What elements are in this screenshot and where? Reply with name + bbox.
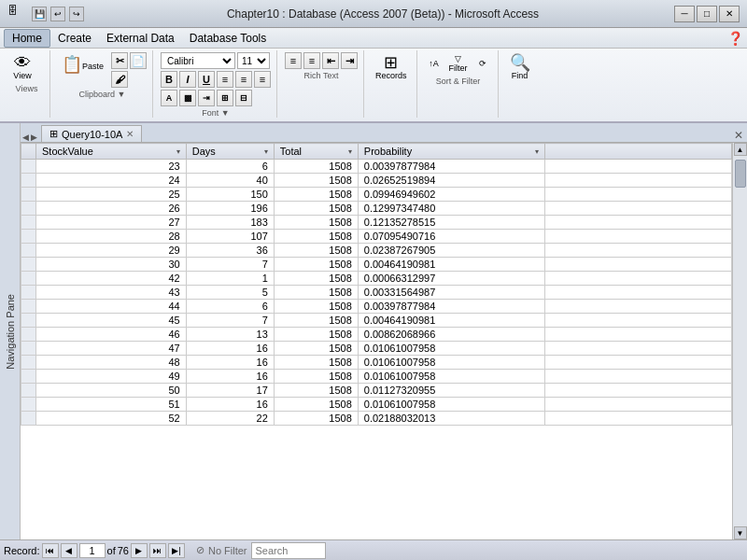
row-selector[interactable]	[21, 202, 36, 216]
find-icon: 🔍	[510, 54, 530, 71]
align-right-button[interactable]: ≡	[254, 71, 271, 88]
table-row: 522215080.02188032013	[21, 412, 732, 426]
maximize-button[interactable]: □	[697, 6, 717, 22]
cell-days: 40	[186, 174, 274, 188]
decrease-indent-button[interactable]: ⇤	[322, 52, 339, 69]
row-selector[interactable]	[21, 286, 36, 300]
row-selector[interactable]	[21, 272, 36, 286]
cell-empty	[545, 356, 732, 370]
scroll-down-button[interactable]: ▼	[734, 526, 747, 539]
cell-total: 1508	[274, 216, 358, 230]
tab-left-arrow[interactable]: ◀	[22, 133, 29, 142]
tab-right-arrow[interactable]: ▶	[31, 133, 37, 142]
cell-stockvalue: 44	[36, 300, 187, 314]
view-button[interactable]: 👁 View	[9, 52, 35, 82]
records-button[interactable]: ⊞ Records	[372, 52, 411, 82]
record-number-input[interactable]	[79, 543, 106, 558]
sort-asc-button[interactable]: ↑A	[425, 57, 444, 70]
cell-days: 16	[186, 342, 274, 356]
last-record-button[interactable]: ⏭	[149, 543, 166, 558]
prev-record-button[interactable]: ◀	[61, 543, 78, 558]
cut-button[interactable]: ✂	[111, 52, 128, 69]
indent-button[interactable]: ⇥	[198, 90, 215, 106]
col-total-arrow: ▾	[348, 147, 352, 156]
record-of-label: of	[107, 545, 116, 556]
ribbon-group-find: 🔍 Find	[500, 50, 547, 118]
col-probability[interactable]: Probability ▾	[358, 144, 544, 160]
quick-access-undo[interactable]: ↩	[50, 7, 65, 21]
underline-button[interactable]: U	[198, 71, 215, 88]
close-all-btn[interactable]: ✕	[734, 129, 745, 142]
nav-pane-toggle[interactable]: Navigation Pane	[0, 123, 21, 539]
cell-days: 6	[186, 300, 274, 314]
col-stockvalue[interactable]: StockValue ▾	[36, 144, 187, 160]
col-total[interactable]: Total ▾	[274, 144, 358, 160]
record-label: Record:	[4, 545, 40, 556]
cell-empty	[545, 412, 732, 426]
col-stockvalue-arrow: ▾	[176, 147, 180, 156]
align-center-button[interactable]: ≡	[235, 71, 252, 88]
increase-indent-button[interactable]: ⇥	[341, 52, 358, 69]
new-record-button[interactable]: ▶|	[168, 543, 185, 558]
filter-button[interactable]: ▽ Filter	[445, 52, 472, 75]
col-days[interactable]: Days ▾	[186, 144, 274, 160]
record-total: 76	[118, 545, 129, 556]
next-record-button[interactable]: ▶	[131, 543, 148, 558]
font-size-select[interactable]: 11	[237, 52, 270, 69]
menu-create[interactable]: Create	[50, 30, 99, 47]
bg-color-button[interactable]: ▩	[179, 90, 196, 106]
scroll-up-button[interactable]: ▲	[734, 143, 747, 156]
align-left-button[interactable]: ≡	[217, 71, 233, 88]
row-selector[interactable]	[21, 356, 36, 370]
italic-button[interactable]: I	[179, 71, 196, 88]
cell-total: 1508	[274, 188, 358, 202]
row-selector[interactable]	[21, 230, 36, 244]
font-color-button[interactable]: A	[161, 90, 177, 106]
row-selector[interactable]	[21, 370, 36, 384]
quick-access-redo[interactable]: ↪	[69, 7, 84, 21]
first-record-button[interactable]: ⏮	[42, 543, 59, 558]
toggle-filter-button[interactable]: ⟳	[473, 57, 492, 70]
paste-button[interactable]: 📋 Paste	[58, 52, 107, 77]
row-selector[interactable]	[21, 244, 36, 258]
minimize-button[interactable]: ─	[674, 6, 695, 22]
vertical-scrollbar[interactable]: ▲ ▼	[732, 143, 747, 539]
query-tab-close[interactable]: ✕	[126, 129, 134, 139]
cell-days: 7	[186, 314, 274, 328]
row-selector[interactable]	[21, 328, 36, 342]
copy-button[interactable]: 📄	[130, 52, 147, 69]
row-selector[interactable]	[21, 384, 36, 398]
cell-total: 1508	[274, 370, 358, 384]
grid2-button[interactable]: ⊟	[235, 90, 252, 106]
find-button[interactable]: 🔍 Find	[506, 52, 534, 82]
row-selector[interactable]	[21, 160, 36, 174]
scroll-thumb[interactable]	[735, 160, 746, 188]
quick-access-save[interactable]: 💾	[32, 7, 47, 21]
menu-database-tools[interactable]: Database Tools	[182, 30, 275, 47]
query-tab[interactable]: ⊞ Query10-10A ✕	[41, 125, 142, 142]
row-selector[interactable]	[21, 188, 36, 202]
table-row: 43515080.00331564987	[21, 286, 732, 300]
search-input[interactable]	[251, 542, 326, 559]
row-selector[interactable]	[21, 412, 36, 426]
grid-button[interactable]: ⊞	[217, 90, 233, 106]
list-button[interactable]: ≡	[285, 52, 302, 69]
row-selector[interactable]	[21, 258, 36, 272]
row-selector[interactable]	[21, 216, 36, 230]
cell-total: 1508	[274, 272, 358, 286]
font-name-select[interactable]: Calibri	[161, 52, 235, 69]
menu-external-data[interactable]: External Data	[99, 30, 182, 47]
row-selector[interactable]	[21, 314, 36, 328]
close-button[interactable]: ✕	[719, 6, 740, 22]
menu-home[interactable]: Home	[4, 29, 50, 48]
cell-probability: 0.12997347480	[358, 202, 544, 216]
row-selector[interactable]	[21, 174, 36, 188]
format-painter-button[interactable]: 🖌	[111, 71, 128, 88]
row-selector[interactable]	[21, 342, 36, 356]
help-icon[interactable]: ❓	[727, 31, 743, 46]
table-container[interactable]: StockValue ▾ Days ▾	[21, 143, 732, 539]
num-list-button[interactable]: ≡	[303, 52, 320, 69]
row-selector[interactable]	[21, 300, 36, 314]
bold-button[interactable]: B	[161, 71, 177, 88]
row-selector[interactable]	[21, 398, 36, 412]
